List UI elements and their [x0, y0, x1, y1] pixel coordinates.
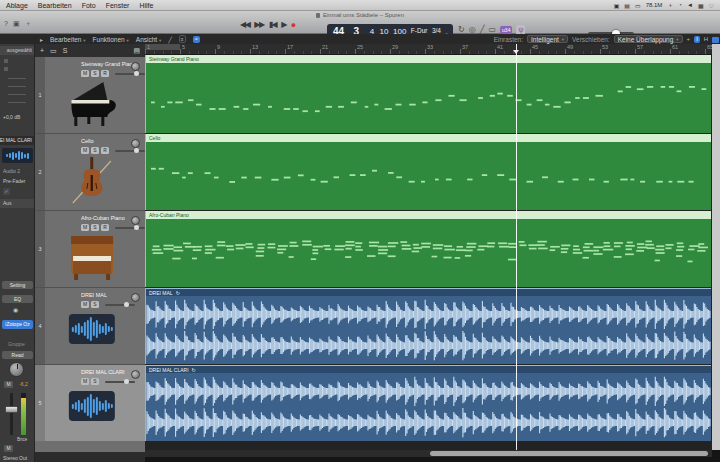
header-settings-icon[interactable]: ▤	[133, 47, 140, 55]
volume-slider[interactable]	[115, 150, 145, 152]
keyboard-status-icon[interactable]: ▣	[614, 2, 620, 9]
playhead[interactable]	[516, 44, 517, 450]
mute-button[interactable]: M	[81, 378, 89, 385]
mute-button[interactable]: M	[81, 147, 89, 154]
region-afro-cuban-piano[interactable]: Afro-Cuban Piano	[145, 211, 711, 287]
playhead-marker[interactable]	[513, 50, 519, 57]
toolbar-menu-ansicht[interactable]: Ansicht ▾	[136, 36, 161, 43]
volume-slider[interactable]	[105, 381, 135, 383]
prefader-label[interactable]: Pre-Fader	[3, 178, 26, 185]
horizontal-scrollbar-thumb[interactable]	[430, 451, 708, 456]
snap-select[interactable]: Intelligent▾	[527, 35, 568, 43]
toolbar-menu-bearbeiten[interactable]: Bearbeiten ▾	[50, 36, 86, 43]
display-status-icon[interactable]: ▤	[624, 2, 630, 9]
toolbar-menu-funktionen[interactable]: Funktionen ▾	[93, 36, 129, 43]
go-to-start-button[interactable]: ▮◀	[269, 19, 277, 31]
catch-playhead-icon[interactable]: ≡	[179, 35, 186, 43]
zoom-tool-icon[interactable]: H	[704, 36, 708, 42]
volume-slider[interactable]	[105, 304, 135, 306]
region-drei-mal-clari[interactable]: DREI MAL CLARI↻	[145, 365, 711, 441]
mute-button[interactable]: M	[81, 301, 89, 308]
region-inspector-header[interactable]: ausgewählt	[0, 46, 35, 55]
menu-ablage[interactable]: Ablage	[6, 2, 28, 9]
mono-button[interactable]: M	[4, 445, 13, 452]
track-stack-icon[interactable]: ▭	[50, 47, 57, 55]
volume-status-icon[interactable]: ◄	[687, 2, 693, 8]
channel-eq-button[interactable]: EQ	[2, 295, 33, 303]
solo-button[interactable]: S	[91, 378, 99, 385]
track-name[interactable]: Steinway Grand Piano	[81, 61, 136, 67]
menu-fenster[interactable]: Fenster	[106, 2, 130, 9]
audio-channel-label[interactable]: Audio 2	[3, 168, 20, 175]
volume-handle[interactable]	[134, 148, 139, 153]
window-status-icon[interactable]: ▭	[635, 2, 641, 9]
track-header-cello[interactable]: 2 Cello M S R	[35, 134, 145, 211]
workspace[interactable]: Steinway Grand PianoCelloAfro-Cuban Pian…	[145, 55, 712, 450]
track-header-drei-mal[interactable]: 4 DREI MAL M S	[35, 288, 145, 365]
vertical-zoom-icon[interactable]	[712, 37, 719, 43]
add-icon[interactable]: ＋	[25, 19, 32, 29]
off-select[interactable]: Aus	[3, 199, 12, 208]
record-enable-button[interactable]: R	[101, 70, 109, 77]
volume-handle[interactable]	[134, 71, 139, 76]
channel-fader-handle[interactable]	[5, 406, 18, 413]
checkbox-icon[interactable]: ✓	[3, 188, 10, 195]
menu-hilfe[interactable]: Hilfe	[139, 2, 153, 9]
record-enable-button[interactable]: R	[101, 224, 109, 231]
volume-slider[interactable]	[115, 73, 145, 75]
record-enable-button[interactable]: R	[101, 147, 109, 154]
heart-status-icon[interactable]: ♡	[709, 2, 714, 9]
mute-button[interactable]: M	[81, 224, 89, 231]
rewind-button[interactable]: ◀◀	[240, 19, 249, 31]
mute-button[interactable]: M	[81, 70, 89, 77]
menu-foto[interactable]: Foto	[82, 2, 96, 9]
track-header-afro-cuban-piano[interactable]: 3 Afro-Cuban Piano M S R	[35, 211, 145, 288]
volume-handle[interactable]	[124, 379, 129, 384]
track-name[interactable]: Afro-Cuban Piano	[81, 215, 125, 221]
track-header-steinway-grand-piano[interactable]: 1 Steinway Grand Piano M S R	[35, 57, 145, 134]
region-drei-mal[interactable]: DREI MAL↻	[145, 288, 711, 364]
clock-status-icon[interactable]: ◔	[678, 2, 682, 8]
keyboard2-status-icon[interactable]: ▦	[698, 2, 704, 9]
volume-handle[interactable]	[134, 225, 139, 230]
gain-value[interactable]: +0,0 dB	[3, 114, 20, 121]
plugin-slot-button[interactable]: iZotope Oz	[2, 320, 33, 329]
plus-status-icon[interactable]: ＋	[667, 1, 673, 10]
channel-fader-track[interactable]	[10, 393, 13, 435]
track-inspector-header[interactable]: DREI MAL CLARI	[0, 136, 35, 145]
automation-mode-button[interactable]: Read	[2, 351, 33, 359]
ruler[interactable]: 1591317212529333741454953576165	[145, 44, 712, 55]
text-tool-icon[interactable]: I	[694, 36, 700, 43]
tool-icon[interactable]: ▸	[40, 36, 43, 43]
menu-bearbeiten[interactable]: Bearbeiten	[38, 2, 72, 9]
vertical-scrollbar[interactable]	[712, 44, 720, 450]
solo-button[interactable]: S	[91, 224, 99, 231]
automation-icon[interactable]: ≈	[193, 36, 200, 43]
group-label[interactable]: Gruppe	[8, 341, 25, 348]
volume-slider[interactable]	[115, 227, 145, 229]
eye-icon[interactable]: ◉	[13, 307, 18, 314]
record-button[interactable]: ●	[291, 19, 296, 31]
cycle-range[interactable]	[145, 44, 180, 50]
region-steinway-grand-piano[interactable]: Steinway Grand Piano	[145, 55, 711, 133]
drag-select[interactable]: Keine Überlappung▾	[614, 35, 683, 43]
solo-button[interactable]: S	[91, 70, 99, 77]
forward-button[interactable]: ▶▶	[254, 19, 263, 31]
solo-button[interactable]: S	[91, 301, 99, 308]
add-track-button[interactable]: +	[40, 47, 44, 54]
volume-handle[interactable]	[124, 302, 129, 307]
move-tool-icon[interactable]: +	[687, 36, 691, 42]
pencil-icon[interactable]: ╱	[168, 36, 172, 43]
quick-help-icon[interactable]: ?	[4, 19, 8, 29]
bounce-label[interactable]: Bnce	[17, 436, 27, 443]
track-name[interactable]: DREI MAL	[81, 292, 107, 298]
solo-button[interactable]: S	[91, 147, 99, 154]
track-header-drei-mal-clari[interactable]: 5 DREI MAL CLARI M S	[35, 365, 145, 442]
track-name[interactable]: Cello	[81, 138, 94, 144]
track-name[interactable]: DREI MAL CLARI	[81, 369, 125, 375]
pan-knob[interactable]	[9, 362, 24, 377]
channel-mute-button[interactable]: M	[4, 381, 13, 388]
horizontal-scrollbar-track[interactable]	[145, 450, 712, 457]
key-command-badge[interactable]: u34	[500, 26, 512, 34]
region-cello[interactable]: Cello	[145, 134, 711, 210]
